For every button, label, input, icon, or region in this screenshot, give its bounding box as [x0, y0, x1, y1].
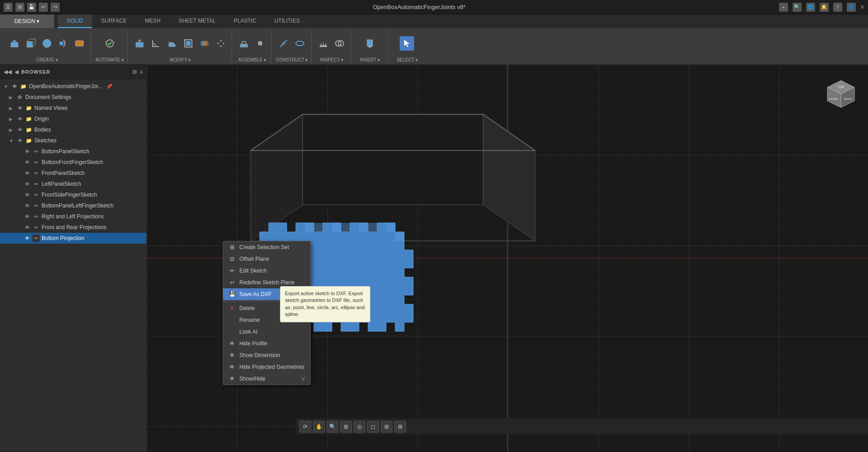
tree-item-origin[interactable]: ▶ 👁 📁 Origin [0, 113, 146, 124]
modify-combine-btn[interactable] [197, 36, 212, 51]
grid-icon[interactable]: ⊞ [15, 3, 24, 12]
modify-press-pull-btn[interactable] [132, 36, 147, 51]
assemble-btn1[interactable] [237, 36, 251, 51]
grid-btn[interactable]: ⊞ [381, 421, 392, 433]
tree-item-doc-settings[interactable]: ▶ ⚙ Document Settings [0, 92, 146, 103]
modify-move-btn[interactable] [214, 36, 228, 51]
insert-label[interactable]: INSERT ▾ [360, 57, 380, 62]
tab-surface[interactable]: SURFACE [92, 14, 136, 28]
browser-settings-icon[interactable]: ≡ [140, 69, 143, 75]
tab-solid[interactable]: SOLID [58, 14, 92, 28]
bell-icon[interactable]: 🔔 [820, 3, 829, 12]
collapse-icon2[interactable]: ◀ [14, 69, 19, 75]
eye-icon-sk8[interactable]: 👁 [23, 224, 31, 231]
tree-item-sketches[interactable]: ▼ 👁 📁 Sketches [0, 135, 146, 146]
save-icon[interactable]: 💾 [27, 3, 36, 12]
pin-icon[interactable]: 📌 [106, 84, 112, 89]
look-at-btn[interactable]: ◎ [354, 421, 365, 433]
create-extrude-btn[interactable] [7, 36, 22, 51]
insert-btn[interactable] [363, 36, 377, 51]
tab-utilities[interactable]: UTILITIES [266, 14, 309, 28]
ctx-offset-plane[interactable]: ⊟ Offset Plane [223, 253, 310, 265]
browser-filter-icon[interactable]: ⊞ [132, 69, 137, 75]
search-icon[interactable]: 🔍 [793, 3, 802, 12]
nav-cube[interactable]: TOP RIGHT FRONT [823, 78, 859, 114]
inspect-measure-btn[interactable] [316, 36, 331, 51]
select-btn[interactable] [400, 36, 414, 51]
tree-item-sketch5[interactable]: 👁 ✏ FrontSideFingerSketch [0, 189, 146, 200]
eye-icon-named[interactable]: 👁 [16, 104, 23, 112]
eye-icon-sk3[interactable]: 👁 [23, 170, 31, 177]
tree-item-root[interactable]: ▼ 👁 📁 OpenBoxAutomaticFingerJoi... 📌 [0, 81, 146, 92]
construct-btn2[interactable] [293, 36, 307, 51]
eye-icon-sk9[interactable]: 👁 [23, 235, 31, 242]
modify-shell-btn[interactable] [181, 36, 196, 51]
zoom-btn[interactable]: 🔍 [327, 421, 338, 433]
tree-item-sketch8[interactable]: 👁 ✏ Front and Rear Projections [0, 222, 146, 233]
tree-item-named-views[interactable]: ▶ 👁 📁 Named Views [0, 103, 146, 113]
redo-icon[interactable]: ↪ [51, 3, 60, 12]
app-menu-icon[interactable]: ☰ [4, 3, 13, 12]
create-box-btn[interactable] [23, 36, 38, 51]
create-sphere-btn[interactable] [40, 36, 54, 51]
new-tab-icon[interactable]: + [779, 3, 788, 12]
tree-item-sketch2[interactable]: 👁 ✏ BottomFrontFingerSketch [0, 157, 146, 168]
tree-item-sketch7[interactable]: 👁 ✏ Right and Left Projections [0, 211, 146, 222]
close-button[interactable]: × [860, 3, 864, 11]
tree-item-sketch9[interactable]: 👁 ✏ Bottom Projection [0, 233, 146, 244]
eye-icon-origin[interactable]: 👁 [16, 115, 23, 122]
design-button[interactable]: DESIGN ▾ [0, 14, 54, 28]
inspect-interference-btn[interactable] [332, 36, 347, 51]
assemble-label[interactable]: ASSEMBLE ▾ [238, 57, 266, 62]
viewport[interactable]: TOP RIGHT FRONT Bottom Projection ⟳ ✋ 🔍 … [147, 65, 868, 452]
ctx-edit-sketch[interactable]: ✏ Edit Sketch [223, 265, 310, 277]
tab-sheet-metal[interactable]: SHEET METAL [169, 14, 224, 28]
undo-icon[interactable]: ↩ [39, 3, 48, 12]
ctx-create-selection-set[interactable]: ⊞ Create Selection Set [223, 241, 310, 253]
create-more-btn[interactable] [72, 36, 87, 51]
eye-icon-sketches[interactable]: 👁 [16, 137, 23, 144]
eye-icon-sk7[interactable]: 👁 [23, 213, 31, 220]
create-label[interactable]: CREATE ▾ [36, 57, 58, 62]
tree-item-sketch6[interactable]: 👁 ✏ BottomPanelLeftFingerSketch [0, 200, 146, 211]
tree-item-sketch3[interactable]: 👁 ✏ FrontPanelSketch [0, 168, 146, 179]
eye-icon-sk6[interactable]: 👁 [23, 202, 31, 209]
assemble-btn2[interactable] [253, 36, 267, 51]
ctx-show-hide[interactable]: 👁 Show/Hide V [223, 373, 310, 385]
tab-mesh[interactable]: MESH [136, 14, 170, 28]
modify-label[interactable]: MODIFY ▾ [170, 57, 191, 62]
eye-icon[interactable]: 👁 [11, 83, 18, 90]
eye-icon-sk5[interactable]: 👁 [23, 191, 31, 198]
ctx-hide-proj[interactable]: 👁 Hide Projected Geometries [223, 361, 310, 373]
construct-label[interactable]: CONSTRUCT ▾ [276, 57, 308, 62]
collapse-icon[interactable]: ◀◀ [4, 69, 12, 75]
user-icon[interactable]: 👤 [847, 3, 856, 12]
tree-item-bodies[interactable]: ▶ 👁 📁 Bodies [0, 124, 146, 135]
pan-btn[interactable]: ✋ [313, 421, 325, 433]
eye-icon-sk2[interactable]: 👁 [23, 159, 31, 166]
eye-icon-bodies[interactable]: 👁 [16, 126, 23, 133]
eye-icon-sk1[interactable]: 👁 [23, 148, 31, 155]
ctx-look-at[interactable]: Look At [223, 326, 310, 338]
tree-item-sketch4[interactable]: 👁 ✏ LeftPanelSketch [0, 179, 146, 189]
effects-btn[interactable]: ⊞ [394, 421, 406, 433]
globe-icon[interactable]: 🌐 [806, 3, 815, 12]
ctx-show-dimension[interactable]: 👁 Show Dimension [223, 349, 310, 361]
display-btn[interactable]: ◻ [367, 421, 379, 433]
automate-btn[interactable] [103, 36, 117, 51]
tree-item-sketch1[interactable]: 👁 ✏ BottomPanelSketch [0, 146, 146, 157]
automate-label[interactable]: AUTOMATE ▾ [95, 57, 123, 62]
help-icon[interactable]: ? [833, 3, 842, 12]
eye-icon-sk4[interactable]: 👁 [23, 180, 31, 188]
ctx-hide-profile[interactable]: 👁 Hide Profile [223, 338, 310, 349]
construct-btn1[interactable] [276, 36, 291, 51]
create-revolve-btn[interactable] [56, 36, 70, 51]
title-right-icons: + 🔍 🌐 🔔 ? 👤 × [779, 3, 864, 12]
inspect-label[interactable]: INSPECT ▾ [320, 57, 343, 62]
tab-plastic[interactable]: PLASTIC [225, 14, 266, 28]
modify-chamfer-btn[interactable] [165, 36, 179, 51]
select-label[interactable]: SELECT ▾ [397, 57, 418, 62]
modify-fillet-btn[interactable] [149, 36, 163, 51]
orbit-btn[interactable]: ⟳ [299, 421, 311, 433]
zoom-extent-btn[interactable]: ⊞ [340, 421, 352, 433]
